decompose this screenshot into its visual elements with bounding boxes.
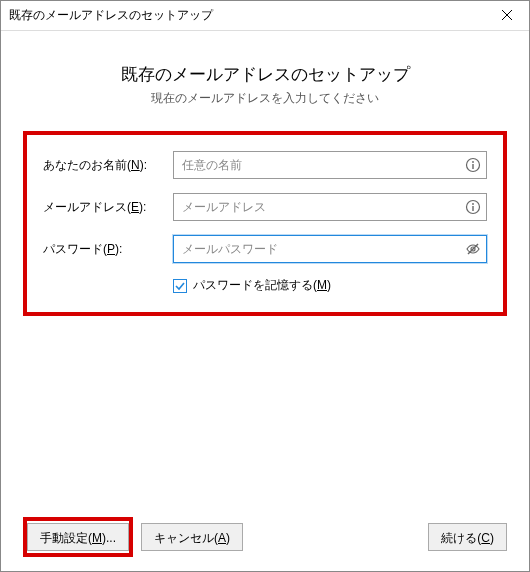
manual-config-button[interactable]: 手動設定(M)... [27,523,129,551]
remember-label: パスワードを記憶する(M) [193,277,331,294]
button-row: 手動設定(M)... キャンセル(A) 続ける(C) [23,517,507,557]
remember-row: パスワードを記憶する(M) [173,277,487,294]
password-label: パスワード(P): [43,241,173,258]
info-icon[interactable] [465,199,481,215]
close-icon [502,9,512,23]
close-button[interactable] [485,1,529,30]
password-field[interactable] [173,235,487,263]
page-title: 既存のメールアドレスのセットアップ [23,63,507,86]
name-field[interactable] [173,151,487,179]
svg-rect-4 [472,164,473,169]
email-row: メールアドレス(E): [43,193,487,221]
manual-button-highlight: 手動設定(M)... [23,517,133,557]
cancel-button[interactable]: キャンセル(A) [141,523,243,551]
content-area: 既存のメールアドレスのセットアップ 現在のメールアドレスを入力してください あな… [1,31,529,571]
eye-off-icon[interactable] [465,241,481,257]
titlebar: 既存のメールアドレスのセットアップ [1,1,529,31]
svg-point-3 [472,161,474,163]
svg-rect-7 [472,206,473,211]
name-input-wrap [173,151,487,179]
remember-checkbox[interactable] [173,279,187,293]
password-input-wrap [173,235,487,263]
setup-dialog: 既存のメールアドレスのセットアップ 既存のメールアドレスのセットアップ 現在のメ… [0,0,530,572]
check-icon [175,281,185,291]
spacer [23,316,507,509]
info-icon[interactable] [465,157,481,173]
page-subtitle: 現在のメールアドレスを入力してください [23,90,507,107]
email-label: メールアドレス(E): [43,199,173,216]
continue-button[interactable]: 続ける(C) [428,523,507,551]
name-label: あなたのお名前(N): [43,157,173,174]
email-input-wrap [173,193,487,221]
window-title: 既存のメールアドレスのセットアップ [9,7,213,24]
svg-point-6 [472,203,474,205]
name-row: あなたのお名前(N): [43,151,487,179]
email-field[interactable] [173,193,487,221]
password-row: パスワード(P): [43,235,487,263]
form-highlight-box: あなたのお名前(N): メールアドレス(E): [23,131,507,316]
